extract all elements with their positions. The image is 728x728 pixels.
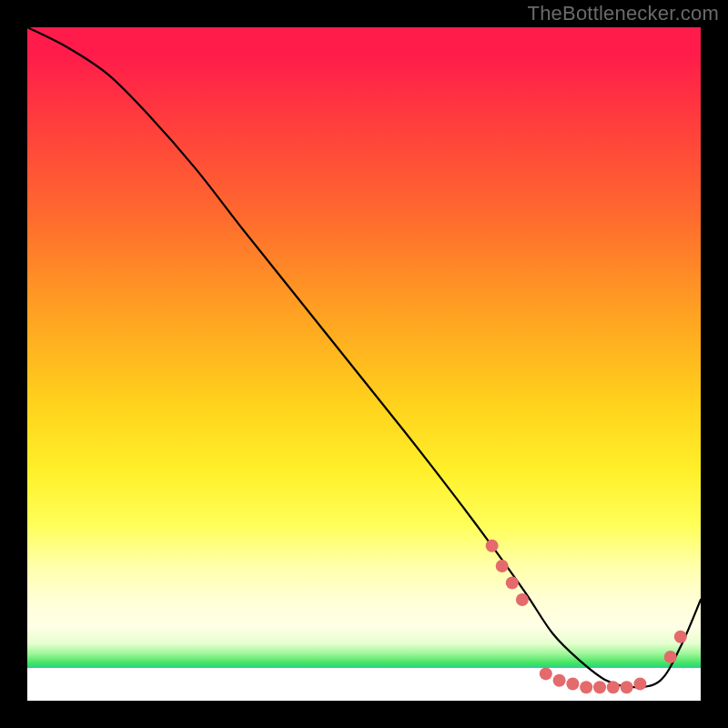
chart-frame: TheBottlenecker.com: [0, 0, 728, 728]
marker-group: [486, 540, 687, 693]
bottleneck-curve: [27, 27, 701, 687]
curve-marker: [506, 577, 519, 590]
curve-marker: [664, 651, 677, 663]
curve-marker: [621, 681, 633, 693]
attribution-label: TheBottlenecker.com: [528, 2, 719, 25]
curve-marker: [674, 631, 687, 643]
curve-marker: [580, 681, 592, 693]
curve-marker: [607, 681, 620, 693]
curve-marker: [540, 667, 552, 680]
curve-marker: [633, 678, 646, 691]
curve-layer: [27, 27, 701, 701]
curve-marker: [516, 593, 529, 606]
curve-marker: [486, 540, 499, 552]
curve-marker: [553, 674, 566, 687]
plot-area: [27, 27, 701, 701]
curve-marker: [593, 681, 606, 693]
curve-marker: [496, 560, 509, 572]
curve-marker: [566, 678, 579, 691]
